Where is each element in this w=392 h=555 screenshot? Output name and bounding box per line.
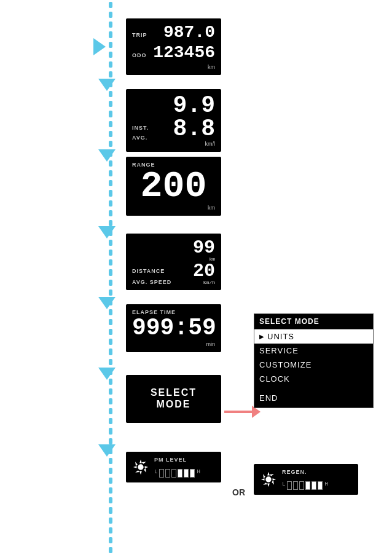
select-mode-item-service[interactable]: SERVICE (254, 344, 373, 358)
trip-odo-panel: TRIP 987.0 ODO 123456 km (126, 18, 221, 75)
entry-arrow (93, 38, 106, 55)
trip-label: TRIP (132, 32, 147, 38)
select-mode-dropdown: SELECT MODE UNITS SERVICE CUSTOMIZE CLOC… (254, 313, 374, 408)
pm-level-panel: PM LEVEL L H (126, 452, 221, 482)
regen-panel: REGEN. L H (254, 464, 358, 495)
arrow-down-4 (98, 297, 116, 309)
distance-label: DISTANCE (132, 268, 171, 274)
pm-high: H (197, 469, 200, 475)
avg-speed-label: AVG. SPEED (132, 279, 171, 285)
arrow-down-6 (98, 444, 116, 457)
or-label: OR (232, 487, 245, 497)
gear-icon (132, 459, 149, 476)
arrow-down-1 (98, 79, 116, 91)
arrow-down-5 (98, 368, 116, 380)
regen-gear-icon (260, 471, 277, 488)
distance-value: 99 km (193, 238, 215, 262)
odo-label: ODO (132, 52, 147, 58)
range-panel: RANGE 200 km (126, 157, 221, 216)
regen-high: H (324, 481, 327, 487)
avg-speed-value: 20 km/h (193, 262, 215, 285)
arrow-down-3 (98, 226, 116, 238)
avg-fuel-label: AVG. (132, 135, 149, 141)
select-mode-end[interactable]: END (254, 386, 373, 407)
svg-point-0 (138, 464, 143, 470)
select-mode-dropdown-title: SELECT MODE (254, 314, 373, 329)
select-mode-panel: SELECT MODE (126, 375, 221, 423)
avg-fuel-value: 8.8 (173, 117, 215, 141)
pm-level-gauge: L H (154, 466, 200, 478)
distance-panel: DISTANCE AVG. SPEED 99 km 20 km/h (126, 234, 221, 290)
fuel-panel: INST. AVG. 9.9 8.8 km/l (126, 89, 221, 152)
elapse-panel: ELAPSE TIME 999:59 min (126, 304, 221, 352)
select-mode-item-clock[interactable]: CLOCK (254, 372, 373, 386)
inst-label: INST. (132, 125, 149, 131)
arrow-down-2 (98, 149, 116, 162)
elapse-value: 999:59 (132, 315, 215, 341)
inst-value: 9.9 (173, 94, 215, 117)
pm-low: L (154, 469, 157, 475)
select-mode-item-customize[interactable]: CUSTOMIZE (254, 358, 373, 372)
select-mode-label: SELECT MODE (151, 387, 197, 409)
elapse-unit: min (132, 341, 215, 347)
odo-value: 123456 (153, 44, 215, 63)
regen-gauge: L H (282, 479, 328, 490)
regen-label: REGEN. (282, 469, 328, 475)
regen-low: L (282, 481, 285, 487)
trip-value: 987.0 (163, 23, 215, 42)
trip-unit: km (132, 64, 215, 70)
range-value: 200 (140, 165, 206, 207)
svg-point-1 (265, 476, 271, 482)
pm-level-label: PM LEVEL (154, 457, 200, 463)
select-mode-item-units[interactable]: UNITS (254, 329, 373, 344)
